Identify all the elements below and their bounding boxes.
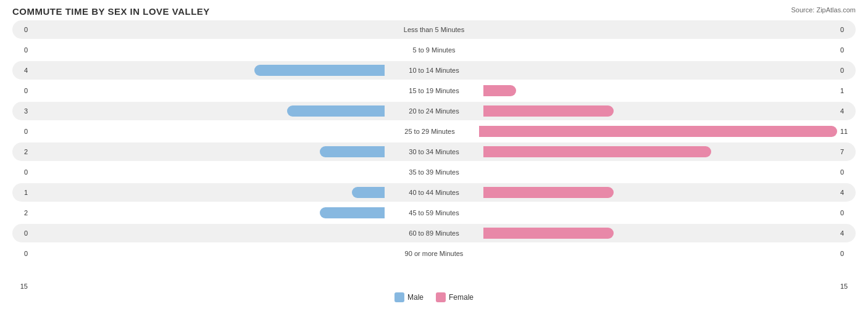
right-bar-container	[483, 105, 837, 117]
right-bar-container	[483, 146, 837, 158]
legend-male-label: Male	[407, 293, 424, 302]
table-row: 0 Less than 5 Minutes 0	[12, 20, 856, 39]
male-value: 4	[12, 67, 31, 74]
row-label: 90 or more Minutes	[385, 250, 483, 257]
male-value: 1	[12, 189, 31, 196]
bar-female	[483, 105, 614, 117]
right-bar-container	[483, 166, 837, 178]
right-bar-container	[483, 23, 837, 36]
male-value: 2	[12, 148, 31, 155]
table-row: 0 25 to 29 Minutes 11	[12, 122, 856, 141]
row-label: 30 to 34 Minutes	[385, 148, 483, 155]
bars-center: 15 to 19 Minutes	[31, 81, 837, 100]
row-label: 20 to 24 Minutes	[385, 107, 483, 115]
bars-center: 30 to 34 Minutes	[31, 142, 837, 161]
table-row: 2 45 to 59 Minutes 0	[12, 204, 856, 222]
legend-female-label: Female	[449, 293, 474, 302]
legend-male: Male	[394, 292, 424, 302]
table-row: 0 15 to 19 Minutes 1	[12, 81, 856, 100]
bar-male	[320, 146, 385, 157]
female-value: 0	[837, 209, 856, 217]
axis-row: 15 15	[12, 283, 856, 290]
male-value: 3	[12, 107, 31, 115]
table-row: 0 90 or more Minutes 0	[12, 244, 856, 263]
right-bar-container	[483, 207, 837, 219]
bars-center: 40 to 44 Minutes	[31, 183, 837, 202]
male-value: 0	[12, 250, 31, 257]
row-label: 60 to 89 Minutes	[385, 229, 483, 237]
left-bar-container	[31, 227, 385, 239]
table-row: 0 60 to 89 Minutes 4	[12, 224, 856, 242]
female-value: 11	[837, 128, 856, 135]
bar-male	[287, 105, 385, 117]
row-label: Less than 5 Minutes	[385, 26, 483, 33]
bars-center: 25 to 29 Minutes	[31, 122, 837, 141]
right-bar-container	[483, 44, 837, 56]
left-bar-container	[31, 207, 385, 219]
male-value: 0	[12, 168, 31, 176]
bars-center: 5 to 9 Minutes	[31, 41, 837, 59]
left-bar-container	[31, 125, 380, 138]
right-bar-container	[483, 64, 837, 76]
bar-male	[254, 65, 385, 76]
row-label: 25 to 29 Minutes	[380, 128, 479, 135]
bar-female	[483, 146, 711, 157]
legend-male-box	[394, 292, 404, 302]
bars-center: 45 to 59 Minutes	[31, 204, 837, 222]
left-bar-container	[31, 85, 385, 97]
table-row: 1 40 to 44 Minutes 4	[12, 183, 856, 202]
male-value: 0	[12, 87, 31, 94]
table-row: 3 20 to 24 Minutes 4	[12, 102, 856, 120]
bars-center: Less than 5 Minutes	[31, 20, 837, 39]
right-bar-container	[483, 247, 837, 260]
female-value: 0	[837, 46, 856, 54]
table-row: 4 10 to 14 Minutes 0	[12, 61, 856, 80]
female-value: 1	[837, 87, 856, 94]
chart-area: 0 Less than 5 Minutes 0 0 5 to 9 Minutes…	[12, 20, 856, 279]
left-bar-container	[31, 44, 385, 56]
row-label: 35 to 39 Minutes	[385, 168, 483, 176]
female-value: 4	[837, 107, 856, 115]
bars-center: 10 to 14 Minutes	[31, 61, 837, 80]
bars-center: 60 to 89 Minutes	[31, 224, 837, 242]
right-bar-container	[483, 227, 837, 239]
right-bar-container	[483, 85, 837, 97]
male-value: 0	[12, 26, 31, 33]
bar-female	[483, 228, 614, 239]
male-value: 0	[12, 128, 31, 135]
legend: Male Female	[12, 292, 856, 302]
table-row: 2 30 to 34 Minutes 7	[12, 142, 856, 161]
female-value: 0	[837, 26, 856, 33]
left-bar-container	[31, 23, 385, 36]
right-bar-container	[483, 186, 837, 199]
bar-male	[352, 187, 385, 198]
female-value: 0	[837, 168, 856, 176]
male-value: 2	[12, 209, 31, 217]
female-value: 0	[837, 67, 856, 74]
axis-right-label: 15	[837, 283, 856, 290]
female-value: 4	[837, 189, 856, 196]
bars-center: 90 or more Minutes	[31, 244, 837, 263]
bars-center: 35 to 39 Minutes	[31, 163, 837, 181]
row-label: 45 to 59 Minutes	[385, 209, 483, 217]
left-bar-container	[31, 186, 385, 199]
left-bar-container	[31, 146, 385, 158]
legend-female-box	[436, 292, 446, 302]
row-label: 10 to 14 Minutes	[385, 67, 483, 74]
row-label: 40 to 44 Minutes	[385, 189, 483, 196]
bar-female	[479, 126, 837, 137]
source-text: Source: ZipAtlas.com	[791, 6, 856, 14]
female-value: 0	[837, 250, 856, 257]
bar-male	[320, 207, 385, 218]
table-row: 0 35 to 39 Minutes 0	[12, 163, 856, 181]
male-value: 0	[12, 46, 31, 54]
chart-title: COMMUTE TIME BY SEX IN LOVE VALLEY	[12, 6, 856, 17]
female-value: 4	[837, 229, 856, 237]
left-bar-container	[31, 166, 385, 178]
row-label: 5 to 9 Minutes	[385, 46, 483, 54]
bar-female	[483, 85, 516, 96]
chart-container: COMMUTE TIME BY SEX IN LOVE VALLEY Sourc…	[0, 0, 868, 322]
row-label: 15 to 19 Minutes	[385, 87, 483, 94]
female-value: 7	[837, 148, 856, 155]
male-value: 0	[12, 229, 31, 237]
